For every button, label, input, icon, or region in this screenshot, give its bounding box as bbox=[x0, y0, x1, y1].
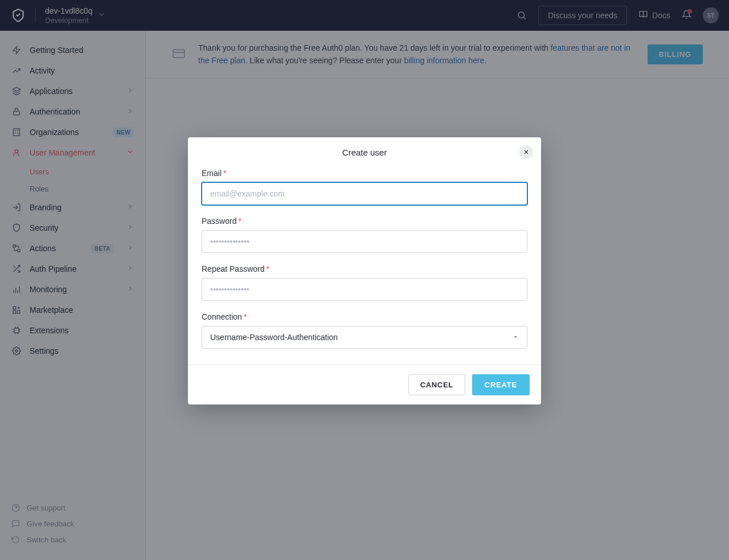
modal-overlay[interactable]: Create user Email* Password* Repeat Pass… bbox=[0, 0, 729, 560]
connection-label: Connection* bbox=[202, 312, 527, 321]
caret-down-icon bbox=[513, 333, 519, 342]
close-button[interactable] bbox=[519, 145, 533, 159]
create-user-modal: Create user Email* Password* Repeat Pass… bbox=[188, 137, 541, 404]
email-label: Email* bbox=[202, 169, 527, 178]
create-button[interactable]: CREATE bbox=[472, 374, 530, 395]
repeat-password-label: Repeat Password* bbox=[202, 264, 527, 273]
password-label: Password* bbox=[202, 216, 527, 226]
cancel-button[interactable]: CANCEL bbox=[408, 374, 465, 395]
connection-value: Username-Password-Authentication bbox=[210, 333, 338, 342]
connection-select[interactable]: Username-Password-Authentication bbox=[202, 326, 527, 349]
svg-marker-44 bbox=[514, 336, 518, 338]
modal-title: Create user bbox=[199, 148, 530, 157]
repeat-password-input[interactable] bbox=[202, 278, 527, 301]
password-input[interactable] bbox=[202, 230, 527, 253]
email-input[interactable] bbox=[202, 182, 527, 205]
